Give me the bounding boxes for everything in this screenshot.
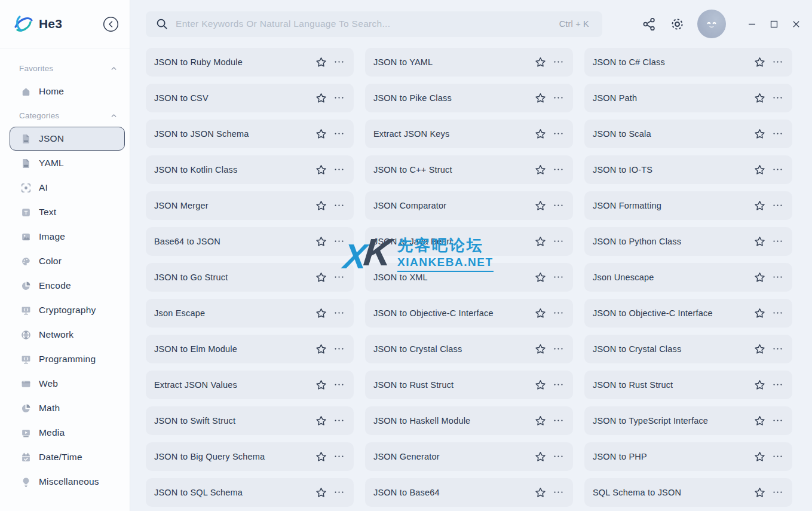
more-icon[interactable] <box>334 344 344 354</box>
more-icon[interactable] <box>334 129 344 139</box>
more-icon[interactable] <box>334 57 344 68</box>
sidebar-section-header-favorites[interactable]: Favorites <box>0 57 130 79</box>
star-icon[interactable] <box>753 128 766 140</box>
star-icon[interactable] <box>753 379 766 391</box>
star-icon[interactable] <box>534 92 547 105</box>
star-icon[interactable] <box>315 486 327 499</box>
more-icon[interactable] <box>773 380 783 390</box>
star-icon[interactable] <box>753 200 766 212</box>
star-icon[interactable] <box>315 379 327 391</box>
tool-card-json-to-typescript-interface[interactable]: JSON to TypeScript Interface <box>584 406 792 435</box>
tool-card-json-to-yaml[interactable]: JSON to YAML <box>365 48 573 77</box>
star-icon[interactable] <box>534 128 547 140</box>
tool-card-json-unescape[interactable]: Json Unescape <box>584 263 792 292</box>
more-icon[interactable] <box>334 237 344 247</box>
sidebar-item-ai[interactable]: AI <box>10 176 125 200</box>
star-icon[interactable] <box>534 343 547 356</box>
tool-card-json-to-rust-struct[interactable]: JSON to Rust Struct <box>584 371 792 399</box>
sidebar-collapse-button[interactable] <box>103 16 119 32</box>
more-icon[interactable] <box>334 416 344 426</box>
star-icon[interactable] <box>534 235 547 248</box>
more-icon[interactable] <box>334 93 344 103</box>
more-icon[interactable] <box>773 273 783 283</box>
more-icon[interactable] <box>773 57 783 68</box>
star-icon[interactable] <box>315 235 327 248</box>
more-icon[interactable] <box>553 416 563 426</box>
tool-card-json-to-json-schema[interactable]: JSON to JSON Schema <box>146 120 354 148</box>
sidebar-item-yaml[interactable]: YAML <box>10 151 125 175</box>
star-icon[interactable] <box>534 200 547 212</box>
more-icon[interactable] <box>553 165 563 175</box>
more-icon[interactable] <box>334 488 344 498</box>
tool-card-json-to-io-ts[interactable]: JSON to IO-TS <box>584 155 792 184</box>
sidebar-item-media[interactable]: Media <box>10 421 125 445</box>
more-icon[interactable] <box>773 237 783 247</box>
more-icon[interactable] <box>773 416 783 426</box>
sidebar-item-cryptography[interactable]: Cryptography <box>10 298 125 322</box>
star-icon[interactable] <box>534 164 547 176</box>
sidebar-item-home[interactable]: Home <box>10 79 125 103</box>
more-icon[interactable] <box>334 452 344 462</box>
more-icon[interactable] <box>553 452 563 462</box>
tool-card-json-to-java-bean[interactable]: JSON to Java Bean <box>365 227 573 256</box>
more-icon[interactable] <box>773 129 783 139</box>
tool-card-json-to-base64[interactable]: JSON to Base64 <box>365 478 573 507</box>
sidebar-item-web[interactable]: Web <box>10 372 125 396</box>
sidebar-item-encode[interactable]: Encode <box>10 274 125 298</box>
tool-card-json-to-rust-struct[interactable]: JSON to Rust Struct <box>365 371 573 399</box>
share-icon[interactable] <box>640 15 658 33</box>
more-icon[interactable] <box>334 165 344 175</box>
tool-card-json-merger[interactable]: JSON Merger <box>146 191 354 220</box>
star-icon[interactable] <box>753 307 766 320</box>
tool-card-json-to-objective-c-interface[interactable]: JSON to Objective-C Interface <box>365 299 573 328</box>
tool-card-json-generator[interactable]: JSON Generator <box>365 442 573 471</box>
star-icon[interactable] <box>753 271 766 284</box>
star-icon[interactable] <box>753 486 766 499</box>
tool-card-extract-json-values[interactable]: Extract JSON Values <box>146 371 354 399</box>
minimize-button[interactable] <box>741 14 762 34</box>
tool-card-json-to-c-struct[interactable]: JSON to C++ Struct <box>365 155 573 184</box>
tool-card-json-to-python-class[interactable]: JSON to Python Class <box>584 227 792 256</box>
star-icon[interactable] <box>534 307 547 320</box>
gear-icon[interactable] <box>667 14 687 33</box>
star-icon[interactable] <box>753 56 766 69</box>
more-icon[interactable] <box>553 237 563 247</box>
more-icon[interactable] <box>773 344 783 354</box>
tool-card-json-to-kotlin-class[interactable]: JSON to Kotlin Class <box>146 155 354 184</box>
more-icon[interactable] <box>553 129 563 139</box>
star-icon[interactable] <box>753 164 766 176</box>
tool-card-json-to-objective-c-interface[interactable]: JSON to Objective-C Interface <box>584 299 792 328</box>
more-icon[interactable] <box>553 380 563 390</box>
tool-card-json-to-scala[interactable]: JSON to Scala <box>584 120 792 148</box>
search-box[interactable]: Ctrl + K <box>146 11 602 37</box>
more-icon[interactable] <box>553 488 563 498</box>
tool-card-json-to-go-struct[interactable]: JSON to Go Struct <box>146 263 354 292</box>
more-icon[interactable] <box>773 452 783 462</box>
star-icon[interactable] <box>315 200 327 212</box>
tool-card-json-to-php[interactable]: JSON to PHP <box>584 442 792 471</box>
more-icon[interactable] <box>334 201 344 211</box>
tool-card-json-to-pike-class[interactable]: JSON to Pike Class <box>365 84 573 112</box>
star-icon[interactable] <box>315 164 327 176</box>
star-icon[interactable] <box>753 343 766 356</box>
star-icon[interactable] <box>753 92 766 105</box>
close-button[interactable] <box>786 14 806 34</box>
tool-card-base64-to-json[interactable]: Base64 to JSON <box>146 227 354 256</box>
more-icon[interactable] <box>553 344 563 354</box>
more-icon[interactable] <box>334 308 344 319</box>
sidebar-item-json[interactable]: JSON <box>10 127 125 151</box>
star-icon[interactable] <box>534 379 547 391</box>
tool-card-json-to-crystal-class[interactable]: JSON to Crystal Class <box>365 335 573 363</box>
tool-card-sql-schema-to-json[interactable]: SQL Schema to JSON <box>584 478 792 507</box>
tool-card-json-to-sql-schema[interactable]: JSON to SQL Schema <box>146 478 354 507</box>
sidebar-item-miscellaneous[interactable]: Miscellaneous <box>10 470 125 494</box>
star-icon[interactable] <box>315 271 327 284</box>
more-icon[interactable] <box>773 488 783 498</box>
tool-card-json-to-swift-struct[interactable]: JSON to Swift Struct <box>146 406 354 435</box>
tool-card-json-to-xml[interactable]: JSON to XML <box>365 263 573 292</box>
more-icon[interactable] <box>334 380 344 390</box>
star-icon[interactable] <box>315 56 327 69</box>
tool-card-json-to-ruby-module[interactable]: JSON to Ruby Module <box>146 48 354 77</box>
tool-card-json-to-haskell-module[interactable]: JSON to Haskell Module <box>365 406 573 435</box>
star-icon[interactable] <box>315 451 327 463</box>
